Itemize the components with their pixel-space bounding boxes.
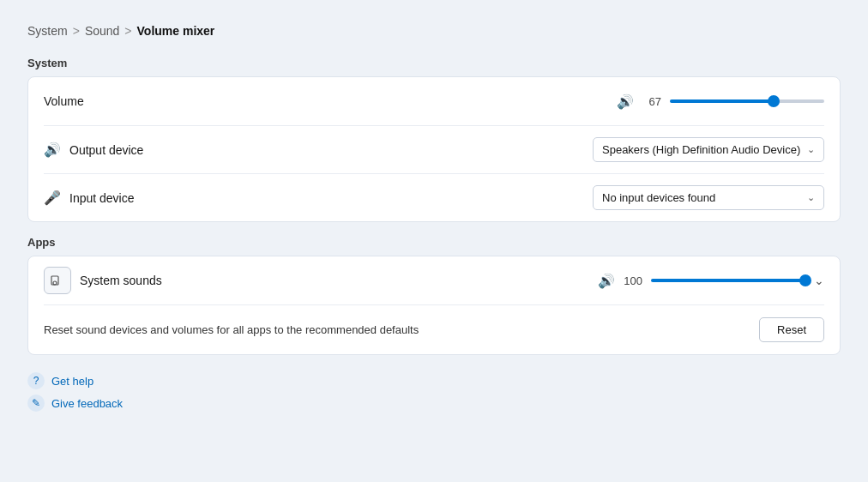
system-sounds-controls: 🔊 100 ⌄ [598,273,824,289]
breadcrumb-system[interactable]: System [27,24,68,38]
output-dropdown-chevron-icon: ⌄ [807,144,815,155]
input-dropdown-chevron-icon: ⌄ [807,192,815,203]
volume-slider-fill [670,99,774,103]
volume-value: 67 [642,95,661,108]
input-device-text: Input device [69,191,135,205]
system-sounds-vol-value: 100 [624,274,642,287]
volume-slider[interactable] [670,93,824,109]
get-help-link[interactable]: ? Get help [27,372,841,389]
reset-row: Reset sound devices and volumes for all … [44,304,824,354]
input-device-right: No input devices found ⌄ [593,185,824,210]
output-device-icon: 🔊 [44,142,61,158]
input-device-dropdown[interactable]: No input devices found ⌄ [593,185,824,210]
system-section-label: System [27,57,841,69]
system-card: Volume 🔊 67 🔊 Output device [27,76,841,222]
breadcrumb-sep2: > [124,24,131,38]
output-device-right: Speakers (High Definition Audio Device) … [593,137,824,162]
volume-label: Volume [44,94,617,108]
system-sounds-row: System sounds 🔊 100 ⌄ [44,256,824,304]
input-device-dropdown-value: No input devices found [602,191,802,204]
svg-point-1 [53,281,57,285]
breadcrumb: System > Sound > Volume mixer [27,24,841,38]
volume-slider-thumb[interactable] [768,95,780,107]
system-sounds-vol-icon: 🔊 [598,273,615,289]
get-help-icon: ? [27,372,45,389]
output-device-text: Output device [69,143,143,157]
svg-rect-0 [51,276,58,285]
reset-button[interactable]: Reset [759,317,824,342]
system-sounds-slider-fill [651,279,805,282]
breadcrumb-sound[interactable]: Sound [85,24,119,38]
links-section: ? Get help ✎ Give feedback [27,372,841,412]
input-device-row: 🎤 Input device No input devices found ⌄ [44,173,824,221]
get-help-text: Get help [51,375,93,388]
input-device-label: 🎤 Input device [44,190,593,206]
breadcrumb-sep1: > [73,24,80,38]
apps-section-label: Apps [27,236,841,249]
give-feedback-link[interactable]: ✎ Give feedback [27,395,841,412]
system-sounds-slider-thumb[interactable] [799,274,811,286]
breadcrumb-current: Volume mixer [137,24,215,38]
give-feedback-icon: ✎ [27,395,45,412]
volume-slider-remaining [774,99,824,103]
apps-card: System sounds 🔊 100 ⌄ R [27,256,841,355]
mic-icon: 🎤 [44,190,61,206]
output-device-dropdown-value: Speakers (High Definition Audio Device) [602,143,802,156]
reset-text: Reset sound devices and volumes for all … [44,323,759,336]
volume-text: Volume [44,94,84,108]
output-device-dropdown[interactable]: Speakers (High Definition Audio Device) … [593,137,824,162]
give-feedback-text: Give feedback [51,397,123,410]
system-sounds-chevron-icon[interactable]: ⌄ [814,274,824,287]
volume-icon: 🔊 [617,93,634,110]
output-device-label: 🔊 Output device [44,142,593,158]
system-sounds-label: System sounds [44,267,598,294]
volume-controls: 🔊 67 [617,93,824,110]
volume-row: Volume 🔊 67 [44,77,824,125]
system-sounds-text: System sounds [80,274,162,287]
system-sounds-icon [44,267,71,294]
output-device-row: 🔊 Output device Speakers (High Definitio… [44,125,824,173]
system-sounds-slider[interactable] [651,273,805,288]
